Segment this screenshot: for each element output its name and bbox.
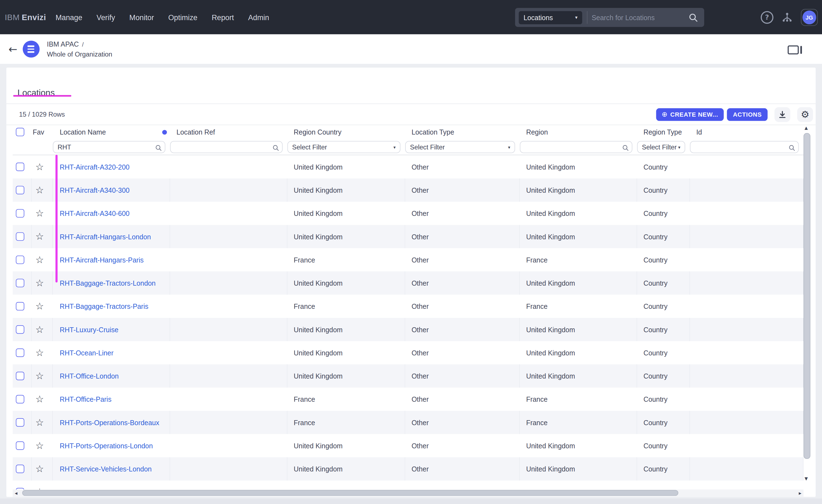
- table-row[interactable]: ☆ RHT-Ports-Operations-London United Kin…: [13, 434, 804, 457]
- favorite-star-icon[interactable]: ☆: [35, 325, 44, 334]
- avatar-ring: JG: [801, 9, 818, 26]
- table-row[interactable]: ☆ RHT-Office-Paris France Other France C…: [13, 388, 804, 411]
- avatar[interactable]: JG: [802, 10, 816, 24]
- favorite-star-icon[interactable]: ☆: [35, 348, 44, 357]
- nav-item-monitor[interactable]: Monitor: [129, 13, 154, 21]
- favorite-star-icon[interactable]: ☆: [35, 441, 44, 450]
- region-cell: United Kingdom: [520, 457, 637, 481]
- location-name-link[interactable]: RHT-Luxury-Cruise: [60, 326, 118, 334]
- row-checkbox[interactable]: [16, 465, 24, 473]
- col-header-location-name[interactable]: Location Name: [53, 125, 170, 139]
- nav-item-manage[interactable]: Manage: [55, 13, 82, 21]
- location-name-link[interactable]: RHT-Ports-Operations-Bordeaux: [60, 419, 159, 427]
- row-checkbox[interactable]: [16, 256, 24, 264]
- filter-id-input[interactable]: [690, 141, 799, 153]
- col-header-location-ref[interactable]: Location Ref: [170, 125, 288, 139]
- favorite-star-icon[interactable]: ☆: [35, 395, 44, 404]
- location-name-link[interactable]: RHT-Office-Paris: [60, 395, 111, 403]
- row-checkbox[interactable]: [16, 325, 24, 334]
- filter-region-country-select[interactable]: Select Filter ▾: [288, 141, 401, 153]
- table-row[interactable]: ☆ RHT-Aircraft-A340-600 United Kingdom O…: [13, 202, 804, 225]
- search-input[interactable]: [587, 14, 689, 21]
- col-header-region[interactable]: Region: [520, 125, 637, 139]
- favorite-star-icon[interactable]: ☆: [35, 232, 44, 241]
- row-checkbox[interactable]: [16, 418, 24, 427]
- table-row[interactable]: ☆ RHT-Aircraft-Hangars-London United Kin…: [13, 225, 804, 248]
- favorite-star-icon[interactable]: ☆: [35, 464, 44, 473]
- favorite-star-icon[interactable]: ☆: [35, 371, 44, 381]
- search-icon[interactable]: [689, 13, 698, 22]
- favorite-star-icon[interactable]: ☆: [35, 162, 44, 171]
- scroll-up-arrow[interactable]: ▲: [805, 126, 808, 130]
- filter-location-name-input[interactable]: [53, 141, 165, 153]
- nav-item-report[interactable]: Report: [212, 13, 234, 21]
- location-name-link[interactable]: RHT-Aircraft-Hangars-Paris: [60, 256, 143, 264]
- scroll-left-arrow[interactable]: ◂: [15, 490, 18, 496]
- nav-item-optimize[interactable]: Optimize: [168, 13, 197, 21]
- filter-region-input[interactable]: [520, 141, 633, 153]
- location-name-link[interactable]: RHT-Aircraft-A320-200: [60, 163, 129, 171]
- row-checkbox[interactable]: [16, 163, 24, 171]
- back-button[interactable]: ←: [9, 44, 17, 54]
- location-name-link[interactable]: RHT-Service-Vehicles-London: [60, 465, 152, 473]
- table-row[interactable]: ☆ RHT-Baggage-Tractors-Paris France Othe…: [13, 295, 804, 318]
- row-checkbox[interactable]: [16, 372, 24, 380]
- hierarchy-icon[interactable]: [781, 11, 793, 23]
- location-name-link[interactable]: RHT-Aircraft-A340-300: [60, 186, 129, 194]
- location-name-link[interactable]: RHT-Ports-Operations-London: [60, 442, 153, 450]
- breadcrumb-parent[interactable]: IBM APAC: [47, 40, 79, 48]
- favorite-star-icon[interactable]: ☆: [35, 255, 44, 265]
- favorite-star-icon[interactable]: ☆: [35, 302, 44, 311]
- vertical-scrollbar-thumb[interactable]: [804, 133, 810, 459]
- download-button[interactable]: [775, 107, 790, 122]
- scroll-down-arrow[interactable]: ▼: [805, 476, 808, 481]
- table-row[interactable]: ☆ RHT-Ocean-Liner United Kingdom Other U…: [13, 341, 804, 364]
- col-header-fav[interactable]: Fav: [32, 125, 53, 139]
- horizontal-scrollbar-thumb[interactable]: [22, 490, 678, 496]
- row-checkbox[interactable]: [16, 186, 24, 194]
- settings-button[interactable]: ⚙: [797, 107, 813, 122]
- nav-item-admin[interactable]: Admin: [248, 13, 269, 21]
- table-row[interactable]: ☆ RHT-Service-Vehicles-London United Kin…: [13, 457, 804, 481]
- panel-toggle-icon[interactable]: [788, 45, 799, 55]
- scroll-right-arrow[interactable]: ▸: [799, 490, 802, 496]
- location-name-link[interactable]: RHT-Aircraft-A340-600: [60, 209, 129, 217]
- location-name-link[interactable]: RHT-Baggage-Tractors-London: [60, 279, 155, 287]
- filter-region-type-select[interactable]: Select Filter ▾: [637, 141, 685, 153]
- favorite-star-icon[interactable]: ☆: [35, 418, 44, 427]
- col-header-region-type[interactable]: Region Type: [637, 125, 690, 139]
- location-name-link[interactable]: RHT-Ocean-Liner: [60, 349, 113, 357]
- filter-location-type-select[interactable]: Select Filter ▾: [405, 141, 515, 153]
- col-header-location-type[interactable]: Location Type: [405, 125, 520, 139]
- table-row[interactable]: ☆ RHT-Aircraft-Hangars-Paris France Othe…: [13, 248, 804, 271]
- row-checkbox[interactable]: [16, 395, 24, 404]
- select-all-checkbox[interactable]: [16, 128, 24, 136]
- nav-item-verify[interactable]: Verify: [96, 13, 115, 21]
- help-icon[interactable]: ?: [761, 11, 773, 23]
- location-name-link[interactable]: RHT-Aircraft-Hangars-London: [60, 233, 151, 241]
- row-checkbox[interactable]: [16, 302, 24, 311]
- actions-button[interactable]: ACTIONS: [727, 108, 768, 121]
- table-row[interactable]: ☆ RHT-Aircraft-A320-200 United Kingdom O…: [13, 155, 804, 178]
- location-name-link[interactable]: RHT-Office-London: [60, 372, 119, 380]
- table-row[interactable]: ☆ RHT-Luxury-Cruise United Kingdom Other…: [13, 318, 804, 341]
- row-checkbox[interactable]: [16, 441, 24, 450]
- create-new-button[interactable]: ⊕ CREATE NEW...: [656, 108, 724, 121]
- col-header-region-country[interactable]: Region Country: [288, 125, 405, 139]
- favorite-star-icon[interactable]: ☆: [35, 185, 44, 195]
- row-checkbox[interactable]: [16, 349, 24, 357]
- table-row[interactable]: ☆ RHT-Baggage-Tractors-London United Kin…: [13, 271, 804, 295]
- table-row[interactable]: ☆ RHT-Ports-Operations-Bordeaux France O…: [13, 411, 804, 434]
- org-menu-button[interactable]: [23, 41, 39, 57]
- col-header-id[interactable]: Id: [690, 125, 804, 139]
- table-row[interactable]: ☆ RHT-Aircraft-A340-300 United Kingdom O…: [13, 178, 804, 201]
- table-row[interactable]: ☆ RHT-Office-London United Kingdom Other…: [13, 364, 804, 387]
- favorite-star-icon[interactable]: ☆: [35, 278, 44, 288]
- favorite-star-icon[interactable]: ☆: [35, 208, 44, 218]
- row-checkbox[interactable]: [16, 232, 24, 241]
- row-checkbox[interactable]: [16, 209, 24, 217]
- filter-location-ref-input[interactable]: [170, 141, 283, 153]
- search-scope-dropdown[interactable]: Locations ▾: [519, 11, 582, 24]
- row-checkbox[interactable]: [16, 279, 24, 287]
- location-name-link[interactable]: RHT-Baggage-Tractors-Paris: [60, 302, 148, 310]
